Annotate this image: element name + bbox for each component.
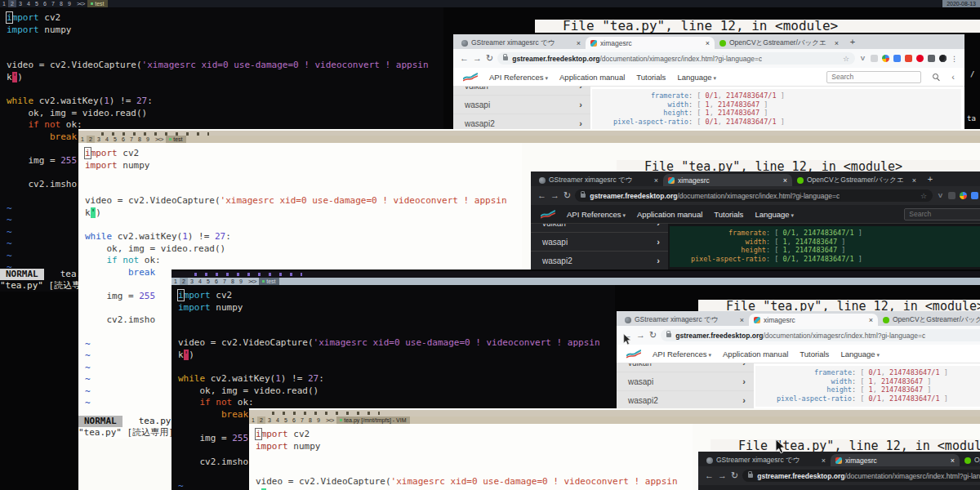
tab-close-icon[interactable]: × <box>835 39 839 47</box>
workspace-tag-8[interactable]: 8 <box>306 416 314 424</box>
colorful-extension-icon[interactable] <box>960 192 967 199</box>
menu-kebab-icon[interactable]: ⋮ <box>951 55 958 63</box>
sidebar-item-wasapi2[interactable]: wasapi2› <box>617 391 754 410</box>
forward-icon[interactable]: → <box>718 471 727 480</box>
bookmark-star-icon[interactable]: ☆ <box>920 192 927 200</box>
address-bar[interactable]: gstreamer.freedesktop.org /documentation… <box>742 470 980 482</box>
sidebar-item-wasapi[interactable]: wasapi› <box>453 96 590 114</box>
workspace-tag-3[interactable]: 3 <box>95 136 103 143</box>
reload-icon[interactable]: ↻ <box>486 54 493 63</box>
dark-mode-moon-icon[interactable] <box>939 55 947 62</box>
image-viewer-toolbar[interactable] <box>249 410 980 416</box>
docs-nav-link-4[interactable]: Language ▾ <box>840 350 880 359</box>
bookmark-star-icon[interactable]: ☆ <box>843 55 849 63</box>
sidebar-item-vulkan[interactable]: vulkan› <box>531 224 668 233</box>
docs-nav-link-1[interactable]: API References ▾ <box>489 73 548 82</box>
browser-tab-1[interactable]: GStreamer ximagesrc でウ× <box>457 37 586 49</box>
browser-tab-3[interactable]: OpenCVとGstreamer/バックエ× <box>878 314 980 326</box>
workspace-tag-8[interactable]: 8 <box>57 0 65 7</box>
docs-nav-link-3[interactable]: Tutorials <box>714 210 743 219</box>
docs-nav-link-2[interactable]: Application manual <box>723 350 788 359</box>
workspace-tag-6[interactable]: 6 <box>212 278 220 285</box>
workspace-tag-2[interactable]: 2 <box>257 416 265 424</box>
reload-icon[interactable]: ↻ <box>564 191 571 200</box>
colorful-extension-icon[interactable] <box>882 55 889 62</box>
browser-tab-2[interactable]: ximagesrc× <box>831 454 960 466</box>
browser-tab-3[interactable]: OpenCVとGstreamer/バックエ× <box>960 454 980 466</box>
layout-symbol[interactable]: ><> <box>326 416 333 424</box>
workspace-tag-2[interactable]: 2 <box>180 278 188 285</box>
layout-symbol[interactable]: ><> <box>155 136 163 143</box>
docs-nav-link-3[interactable]: Tutorials <box>800 350 829 359</box>
docs-nav-link-1[interactable]: API References ▾ <box>567 210 626 219</box>
docs-nav-link-4[interactable]: Language ▾ <box>677 73 716 82</box>
tab-close-icon[interactable]: × <box>822 457 826 465</box>
pinterest-icon[interactable] <box>916 55 924 62</box>
image-viewer-toolbar[interactable] <box>172 271 980 278</box>
workspace-tag-2[interactable]: 2 <box>87 136 95 143</box>
workspace-tag-1[interactable]: 1 <box>172 278 180 285</box>
forward-icon[interactable]: → <box>550 191 559 200</box>
workspace-tag-6[interactable]: 6 <box>290 416 298 424</box>
workspace-tag-7[interactable]: 7 <box>49 0 57 7</box>
browser-tab-3[interactable]: OpenCVとGstreamer/バックエ× <box>715 37 844 49</box>
workspace-tag-6[interactable]: 6 <box>119 136 127 143</box>
workspace-tag-5[interactable]: 5 <box>282 416 290 424</box>
back-icon[interactable]: ← <box>460 54 469 63</box>
vimium-icon[interactable]: V <box>937 192 944 199</box>
workspace-tag-4[interactable]: 4 <box>196 278 204 285</box>
sidebar-item-vulkan[interactable]: vulkan› <box>453 87 590 96</box>
sidebar-item-wasapi2[interactable]: wasapi2› <box>531 252 668 270</box>
new-tab-button[interactable]: + <box>847 37 858 47</box>
tab-close-icon[interactable]: × <box>577 39 581 47</box>
docs-search-input[interactable] <box>826 71 921 83</box>
workspace-tag-4[interactable]: 4 <box>24 0 33 7</box>
extension-icon[interactable] <box>871 55 878 62</box>
workspace-tag-8[interactable]: 8 <box>229 278 237 285</box>
reload-icon[interactable]: ↻ <box>731 471 738 480</box>
address-bar[interactable]: gstreamer.freedesktop.org /documentation… <box>575 189 933 202</box>
browser-tab-1[interactable]: GStreamer ximagesrc でウ× <box>702 454 831 466</box>
workspace-tag-9[interactable]: 9 <box>144 136 152 143</box>
tab-close-icon[interactable]: × <box>912 176 916 185</box>
sidebar-item-wasapi2[interactable]: wasapi2› <box>453 114 590 131</box>
workspace-tag-3[interactable]: 3 <box>188 278 196 285</box>
vimium-icon[interactable]: V <box>859 55 866 62</box>
browser-tab-1[interactable]: GStreamer ximagesrc でウ× <box>534 174 663 186</box>
workspace-tag-5[interactable]: 5 <box>204 278 212 285</box>
workspace-tag-1[interactable]: 1 <box>0 0 8 7</box>
docs-nav-link-2[interactable]: Application manual <box>559 73 625 82</box>
workspace-tag-2[interactable]: 2 <box>8 0 16 7</box>
reload-icon[interactable]: ↻ <box>649 331 657 340</box>
collapse-chevron-icon[interactable]: ‹ <box>951 72 955 82</box>
docs-nav-link-3[interactable]: Tutorials <box>636 73 666 82</box>
workspace-tag-9[interactable]: 9 <box>237 278 245 285</box>
docs-search-input[interactable] <box>904 208 980 220</box>
new-tab-button[interactable]: + <box>924 174 936 184</box>
browser-tab-2[interactable]: ximagesrc× <box>749 314 878 326</box>
red-extension-icon[interactable] <box>905 55 912 62</box>
terminal-window[interactable]: File "tea.py", line 12, in <module> <box>710 439 980 452</box>
translate-icon[interactable] <box>893 55 901 62</box>
workspace-tag-3[interactable]: 3 <box>16 0 24 7</box>
workspace-tag-1[interactable]: 1 <box>249 416 257 424</box>
extension-icon[interactable] <box>948 192 956 199</box>
vim-editor[interactable]: import cv2import numpyvideo = cv2.VideoC… <box>249 424 693 490</box>
workspace-tag-9[interactable]: 9 <box>65 0 74 7</box>
sidebar-item-wasapi[interactable]: wasapi› <box>617 372 754 391</box>
tab-close-icon[interactable]: × <box>869 316 873 324</box>
search-magnifier-icon[interactable] <box>933 74 940 81</box>
workspace-tag-6[interactable]: 6 <box>41 0 49 7</box>
workspace-tag-7[interactable]: 7 <box>220 278 229 285</box>
forward-icon[interactable]: → <box>473 54 482 63</box>
tab-close-icon[interactable]: × <box>783 176 787 185</box>
terminal-window[interactable]: File "tea.py", line 12, in <module> <box>535 20 980 33</box>
workspace-tag-8[interactable]: 8 <box>136 136 144 143</box>
sidebar-item-vulkan[interactable]: vulkan› <box>617 363 754 372</box>
back-icon[interactable]: ← <box>537 191 546 200</box>
browser-tab-2[interactable]: ximagesrc× <box>663 174 792 186</box>
extensions-puzzle-icon[interactable] <box>928 55 935 62</box>
forward-icon[interactable]: → <box>636 331 645 340</box>
docs-nav-link-1[interactable]: API References ▾ <box>653 350 711 359</box>
browser-tab-3[interactable]: OpenCVとGstreamer/バックエ× <box>792 174 921 186</box>
